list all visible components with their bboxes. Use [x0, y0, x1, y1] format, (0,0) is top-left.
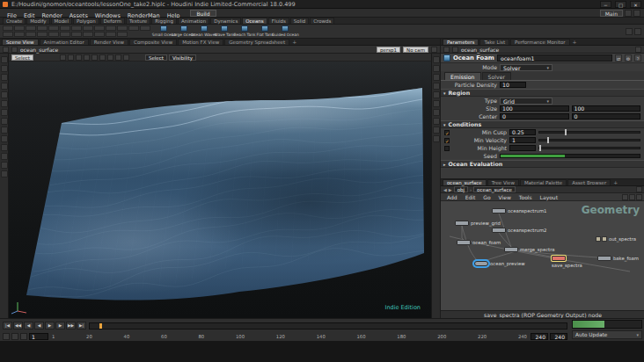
network-overview-icon[interactable] [636, 194, 642, 200]
node-body[interactable] [492, 208, 506, 214]
shelf-tool-icon[interactable] [60, 25, 70, 31]
new-tab-icon[interactable]: + [611, 179, 619, 185]
snap-tool-icon[interactable] [1, 100, 8, 107]
node-ocean-preview[interactable]: ocean_preview [474, 261, 525, 266]
flipbook-icon[interactable] [1, 153, 8, 160]
network-path-obj[interactable]: obj [454, 186, 468, 192]
network-menu-layout[interactable]: Layout [537, 194, 561, 200]
shelf-tool-icon[interactable] [37, 32, 48, 37]
tab-performance-monitor[interactable]: Performance Monitor [510, 39, 570, 45]
select-objects-icon[interactable] [91, 54, 98, 61]
shelf-tool-icon[interactable] [48, 25, 59, 31]
jump-start-button[interactable]: |◀ [3, 322, 12, 329]
network-menu-add[interactable]: Add [443, 194, 461, 200]
shelf-tool-ocean-waves[interactable]: Ocean Waves [194, 25, 214, 37]
prev-frame-button[interactable]: ◀ [24, 322, 33, 329]
tab-render-view[interactable]: Render View [90, 39, 128, 45]
network-filter-icon[interactable] [636, 186, 642, 192]
pin-icon[interactable] [452, 47, 458, 53]
section-conditions[interactable]: ▾Conditions [441, 120, 644, 128]
network-menu-edit[interactable]: Edit [462, 194, 479, 200]
camera-lock-icon[interactable] [433, 135, 440, 142]
shelf-tab-crowds[interactable]: Crowds [310, 18, 334, 24]
shelf-tool-icon[interactable] [117, 32, 128, 37]
camera-menu[interactable]: No cam [403, 47, 428, 53]
tab-composite-view[interactable]: Composite View [129, 39, 177, 45]
shelf-arrow-icon[interactable] [634, 28, 641, 35]
display-options-icon[interactable] [1, 170, 8, 177]
new-tab-icon[interactable]: + [290, 39, 298, 45]
grid-toggle-icon[interactable] [1, 162, 8, 169]
shelf-tool-icon[interactable] [3, 32, 13, 37]
select-tool-icon[interactable] [1, 56, 8, 63]
node-oceanspectrum2[interactable]: oceanspectrum2 [492, 228, 546, 233]
network-menu-view[interactable]: View [495, 194, 515, 200]
tab-parameters[interactable]: Parameters [443, 39, 479, 45]
param-field-y[interactable]: 100 [572, 105, 641, 112]
camera-tool-icon[interactable] [1, 127, 8, 134]
brush-select-icon[interactable] [107, 54, 113, 61]
param-field-y[interactable]: 0 [572, 113, 641, 119]
param-checkbox[interactable]: ✓ [444, 130, 450, 135]
scene-viewport[interactable]: Select Select Visibility [0, 54, 440, 318]
construction-plane-icon[interactable] [1, 109, 8, 116]
shelf-tool-icon[interactable] [3, 25, 13, 31]
subtab-emission[interactable]: Emission [444, 72, 481, 80]
node-info-icon[interactable] [443, 47, 450, 53]
autotake-icon[interactable] [625, 10, 632, 17]
network-canvas[interactable]: Geometry oceanspectrum1preview_gridocean… [441, 201, 644, 310]
mode-dropdown[interactable]: Solver▾ [500, 64, 553, 71]
parameter-path[interactable]: ocean_surface [461, 47, 499, 53]
section-ocean-evaluation[interactable]: ▸Ocean Evaluation [441, 160, 644, 168]
tab-take-list[interactable]: Take List [479, 39, 509, 45]
history-back-icon[interactable]: ◀ [443, 187, 447, 192]
node-body[interactable] [455, 221, 469, 226]
param-checkbox[interactable]: ✓ [444, 138, 450, 143]
shading-mode-icon[interactable] [433, 56, 440, 63]
shelf-tool-icon[interactable] [106, 32, 116, 37]
shelf-tool-icon[interactable] [83, 25, 93, 31]
network-menu-go[interactable]: Go [479, 194, 494, 200]
network-path-ocean-surface[interactable]: ocean_surface [473, 186, 516, 192]
network-snap-icon[interactable] [629, 194, 635, 200]
ocean-surface-mesh[interactable] [9, 62, 430, 318]
tab-geometry-spreadsheet[interactable]: Geometry Spreadsheet [224, 39, 289, 45]
persp-view-menu[interactable]: persp1 [377, 47, 400, 53]
node-body[interactable] [597, 256, 611, 261]
param-help-icon[interactable]: ? [634, 54, 641, 62]
range-end-field[interactable]: 240 [531, 333, 548, 340]
shelf-tab-deform[interactable]: Deform [100, 18, 125, 24]
subtab-solver[interactable]: Solver [482, 72, 511, 80]
scale-tool-icon[interactable] [1, 83, 8, 90]
auto-key-icon[interactable] [3, 333, 10, 340]
param-field-x[interactable]: 100 [500, 105, 569, 112]
select-prims-icon[interactable] [84, 54, 90, 61]
snapshot-icon[interactable] [433, 127, 440, 134]
shelf-tab-solid[interactable]: Solid [290, 18, 309, 24]
param-gear-icon[interactable]: ⚙ [625, 54, 632, 62]
node-preview-grid[interactable]: preview_grid [455, 221, 501, 226]
shelf-tool-beach-tank[interactable]: Beach Tank [235, 25, 254, 37]
gear-icon[interactable] [635, 47, 641, 53]
node-out-spectra[interactable]: out_spectra [596, 236, 636, 242]
select-all-icon[interactable] [60, 54, 66, 61]
display-normals-icon[interactable] [433, 100, 440, 107]
shelf-tab-texture[interactable]: Texture [126, 18, 150, 24]
new-tab-icon[interactable]: + [571, 39, 579, 45]
light-tool-icon[interactable] [1, 135, 8, 142]
maximize-button[interactable]: □ [615, 1, 626, 8]
node-merge-spectra[interactable]: merge_spectra [504, 247, 555, 252]
node-body[interactable] [474, 261, 488, 266]
slider-handle[interactable] [547, 137, 549, 143]
shelf-tab-create[interactable]: Create [3, 18, 26, 24]
tab-material-palette[interactable]: Material Palette [520, 179, 567, 185]
shelf-tool-icon[interactable] [71, 32, 82, 37]
desktop-selector[interactable]: Build [190, 10, 216, 17]
network-menu-tools[interactable]: Tools [516, 194, 536, 200]
select-points-icon[interactable] [68, 54, 74, 61]
shelf-tool-icon[interactable] [83, 32, 93, 37]
tab-asset-browser[interactable]: Asset Browser [567, 179, 611, 185]
minimize-button[interactable]: ─ [600, 1, 611, 8]
display-points-icon[interactable] [433, 91, 440, 98]
tab-motion-fx-view[interactable]: Motion FX View [178, 39, 223, 45]
